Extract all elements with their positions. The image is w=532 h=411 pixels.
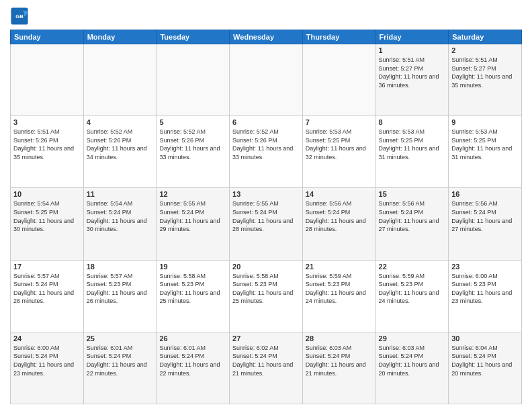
calendar-cell: 18Sunrise: 5:57 AM Sunset: 5:23 PM Dayli… bbox=[83, 260, 157, 332]
day-number: 3 bbox=[13, 118, 81, 126]
day-info: Sunrise: 5:51 AM Sunset: 5:27 PM Dayligh… bbox=[451, 56, 519, 89]
day-number: 9 bbox=[451, 118, 519, 126]
calendar-cell: 20Sunrise: 5:58 AM Sunset: 5:23 PM Dayli… bbox=[230, 260, 303, 332]
day-number: 12 bbox=[159, 190, 226, 198]
day-info: Sunrise: 5:51 AM Sunset: 5:26 PM Dayligh… bbox=[13, 128, 81, 161]
day-info: Sunrise: 5:54 AM Sunset: 5:25 PM Dayligh… bbox=[13, 199, 81, 233]
day-info: Sunrise: 6:00 AM Sunset: 5:23 PM Dayligh… bbox=[451, 272, 519, 306]
calendar-cell bbox=[83, 44, 157, 116]
day-info: Sunrise: 5:53 AM Sunset: 5:25 PM Dayligh… bbox=[379, 128, 446, 161]
day-info: Sunrise: 5:55 AM Sunset: 5:24 PM Dayligh… bbox=[232, 199, 300, 233]
day-info: Sunrise: 6:00 AM Sunset: 5:24 PM Dayligh… bbox=[13, 344, 81, 377]
weekday-header-row: SundayMondayTuesdayWednesdayThursdayFrid… bbox=[11, 30, 522, 44]
calendar-cell: 13Sunrise: 5:55 AM Sunset: 5:24 PM Dayli… bbox=[230, 188, 303, 260]
day-number: 25 bbox=[87, 334, 154, 342]
day-number: 29 bbox=[379, 334, 446, 342]
calendar-cell: 19Sunrise: 5:58 AM Sunset: 5:23 PM Dayli… bbox=[157, 260, 230, 332]
header: GB bbox=[10, 7, 522, 26]
day-number: 17 bbox=[13, 263, 81, 271]
calendar-cell bbox=[157, 44, 230, 116]
weekday-header-wednesday: Wednesday bbox=[230, 30, 303, 44]
day-number: 23 bbox=[451, 263, 519, 271]
day-number: 19 bbox=[159, 263, 226, 271]
day-number: 2 bbox=[451, 46, 519, 54]
day-info: Sunrise: 6:03 AM Sunset: 5:24 PM Dayligh… bbox=[306, 344, 373, 377]
calendar-cell: 6Sunrise: 5:52 AM Sunset: 5:26 PM Daylig… bbox=[230, 116, 303, 188]
day-info: Sunrise: 5:59 AM Sunset: 5:23 PM Dayligh… bbox=[379, 272, 446, 306]
calendar-cell bbox=[302, 44, 375, 116]
day-number: 7 bbox=[306, 118, 373, 126]
day-number: 15 bbox=[379, 190, 446, 198]
week-row-1: 1Sunrise: 5:51 AM Sunset: 5:27 PM Daylig… bbox=[11, 44, 522, 116]
day-number: 20 bbox=[232, 263, 300, 271]
day-info: Sunrise: 5:58 AM Sunset: 5:23 PM Dayligh… bbox=[232, 272, 300, 306]
calendar-cell: 22Sunrise: 5:59 AM Sunset: 5:23 PM Dayli… bbox=[375, 260, 449, 332]
calendar-cell: 21Sunrise: 5:59 AM Sunset: 5:23 PM Dayli… bbox=[302, 260, 375, 332]
weekday-header-saturday: Saturday bbox=[449, 30, 522, 44]
day-info: Sunrise: 5:59 AM Sunset: 5:23 PM Dayligh… bbox=[306, 272, 373, 306]
day-number: 18 bbox=[87, 263, 154, 271]
day-info: Sunrise: 5:53 AM Sunset: 5:25 PM Dayligh… bbox=[451, 128, 519, 161]
week-row-2: 3Sunrise: 5:51 AM Sunset: 5:26 PM Daylig… bbox=[11, 116, 522, 188]
day-info: Sunrise: 5:51 AM Sunset: 5:27 PM Dayligh… bbox=[379, 56, 446, 89]
day-number: 13 bbox=[232, 190, 300, 198]
day-number: 28 bbox=[306, 334, 373, 342]
week-row-3: 10Sunrise: 5:54 AM Sunset: 5:25 PM Dayli… bbox=[11, 188, 522, 260]
day-number: 27 bbox=[232, 334, 300, 342]
day-info: Sunrise: 5:52 AM Sunset: 5:26 PM Dayligh… bbox=[232, 128, 300, 161]
day-number: 6 bbox=[232, 118, 300, 126]
day-info: Sunrise: 5:56 AM Sunset: 5:24 PM Dayligh… bbox=[379, 199, 446, 233]
calendar-cell bbox=[11, 44, 84, 116]
calendar-cell: 17Sunrise: 5:57 AM Sunset: 5:24 PM Dayli… bbox=[11, 260, 84, 332]
weekday-header-monday: Monday bbox=[83, 30, 157, 44]
day-number: 1 bbox=[379, 46, 446, 54]
calendar-cell: 8Sunrise: 5:53 AM Sunset: 5:25 PM Daylig… bbox=[375, 116, 449, 188]
day-info: Sunrise: 6:03 AM Sunset: 5:24 PM Dayligh… bbox=[379, 344, 446, 377]
calendar-cell: 5Sunrise: 5:52 AM Sunset: 5:26 PM Daylig… bbox=[157, 116, 230, 188]
calendar-cell: 26Sunrise: 6:01 AM Sunset: 5:24 PM Dayli… bbox=[157, 332, 230, 404]
day-number: 24 bbox=[13, 334, 81, 342]
calendar-cell: 15Sunrise: 5:56 AM Sunset: 5:24 PM Dayli… bbox=[375, 188, 449, 260]
day-info: Sunrise: 6:02 AM Sunset: 5:24 PM Dayligh… bbox=[232, 344, 300, 377]
calendar-cell: 1Sunrise: 5:51 AM Sunset: 5:27 PM Daylig… bbox=[375, 44, 449, 116]
weekday-header-friday: Friday bbox=[375, 30, 449, 44]
day-number: 22 bbox=[379, 263, 446, 271]
day-number: 21 bbox=[306, 263, 373, 271]
weekday-header-thursday: Thursday bbox=[302, 30, 375, 44]
calendar-cell: 25Sunrise: 6:01 AM Sunset: 5:24 PM Dayli… bbox=[83, 332, 157, 404]
day-info: Sunrise: 5:53 AM Sunset: 5:25 PM Dayligh… bbox=[306, 128, 373, 161]
calendar-cell: 30Sunrise: 6:04 AM Sunset: 5:24 PM Dayli… bbox=[449, 332, 522, 404]
day-number: 10 bbox=[13, 190, 81, 198]
day-info: Sunrise: 5:58 AM Sunset: 5:23 PM Dayligh… bbox=[159, 272, 226, 306]
day-info: Sunrise: 5:57 AM Sunset: 5:23 PM Dayligh… bbox=[87, 272, 154, 306]
logo: GB bbox=[10, 7, 32, 26]
calendar-cell: 7Sunrise: 5:53 AM Sunset: 5:25 PM Daylig… bbox=[302, 116, 375, 188]
logo-icon: GB bbox=[10, 7, 29, 26]
day-number: 8 bbox=[379, 118, 446, 126]
day-info: Sunrise: 5:57 AM Sunset: 5:24 PM Dayligh… bbox=[13, 272, 81, 306]
day-info: Sunrise: 5:55 AM Sunset: 5:24 PM Dayligh… bbox=[159, 199, 226, 233]
svg-text:GB: GB bbox=[15, 13, 24, 19]
day-info: Sunrise: 6:04 AM Sunset: 5:24 PM Dayligh… bbox=[451, 344, 519, 377]
calendar-cell: 11Sunrise: 5:54 AM Sunset: 5:24 PM Dayli… bbox=[83, 188, 157, 260]
calendar-page: GB SundayMondayTuesdayWednesdayThursdayF… bbox=[0, 0, 532, 411]
calendar-cell: 27Sunrise: 6:02 AM Sunset: 5:24 PM Dayli… bbox=[230, 332, 303, 404]
week-row-4: 17Sunrise: 5:57 AM Sunset: 5:24 PM Dayli… bbox=[11, 260, 522, 332]
day-info: Sunrise: 5:52 AM Sunset: 5:26 PM Dayligh… bbox=[87, 128, 154, 161]
day-number: 16 bbox=[451, 190, 519, 198]
day-info: Sunrise: 5:56 AM Sunset: 5:24 PM Dayligh… bbox=[306, 199, 373, 233]
day-number: 30 bbox=[451, 334, 519, 342]
calendar-cell: 24Sunrise: 6:00 AM Sunset: 5:24 PM Dayli… bbox=[11, 332, 84, 404]
calendar-cell: 9Sunrise: 5:53 AM Sunset: 5:25 PM Daylig… bbox=[449, 116, 522, 188]
day-number: 14 bbox=[306, 190, 373, 198]
weekday-header-tuesday: Tuesday bbox=[157, 30, 230, 44]
calendar-cell: 23Sunrise: 6:00 AM Sunset: 5:23 PM Dayli… bbox=[449, 260, 522, 332]
calendar-cell: 4Sunrise: 5:52 AM Sunset: 5:26 PM Daylig… bbox=[83, 116, 157, 188]
calendar-cell: 28Sunrise: 6:03 AM Sunset: 5:24 PM Dayli… bbox=[302, 332, 375, 404]
weekday-header-sunday: Sunday bbox=[11, 30, 84, 44]
day-info: Sunrise: 5:56 AM Sunset: 5:24 PM Dayligh… bbox=[451, 199, 519, 233]
day-info: Sunrise: 5:54 AM Sunset: 5:24 PM Dayligh… bbox=[87, 199, 154, 233]
day-number: 4 bbox=[87, 118, 154, 126]
calendar-cell: 3Sunrise: 5:51 AM Sunset: 5:26 PM Daylig… bbox=[11, 116, 84, 188]
day-info: Sunrise: 5:52 AM Sunset: 5:26 PM Dayligh… bbox=[159, 128, 226, 161]
